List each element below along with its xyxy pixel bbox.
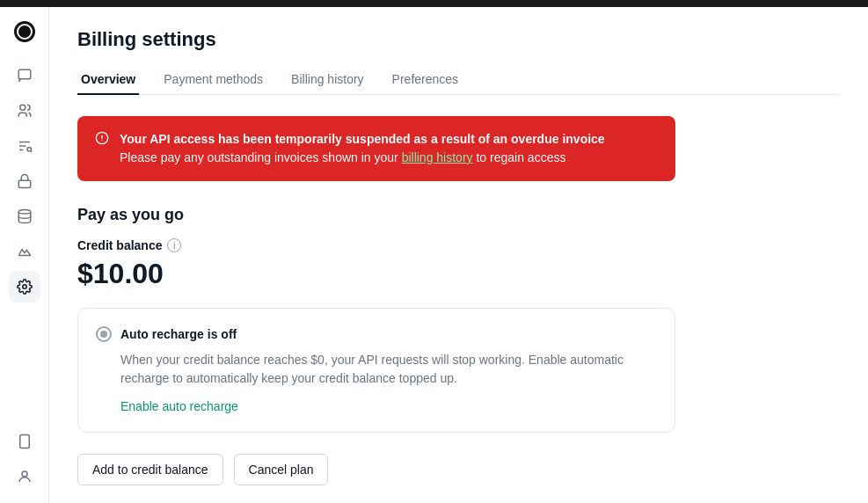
app-logo: [11, 18, 39, 46]
page-title: Billing settings: [77, 28, 840, 51]
svg-point-11: [101, 140, 102, 141]
security-sidebar-icon[interactable]: [9, 165, 40, 197]
section-title: Pay as you go: [77, 206, 840, 224]
recharge-description: When your credit balance reaches $0, you…: [120, 351, 657, 388]
storage-sidebar-icon[interactable]: [9, 200, 40, 232]
svg-rect-3: [18, 180, 31, 187]
alert-line2-post: to regain access: [473, 150, 566, 164]
chat-sidebar-icon[interactable]: [9, 60, 40, 91]
recharge-card: Auto recharge is off When your credit ba…: [77, 308, 675, 433]
alert-billing-history-link[interactable]: billing history: [402, 150, 473, 164]
tabs-nav: Overview Payment methods Billing history…: [77, 65, 840, 95]
alert-line1: Your API access has been temporarily sus…: [120, 132, 605, 146]
recharge-title: Auto recharge is off: [120, 327, 237, 341]
recharge-header: Auto recharge is off: [96, 326, 657, 342]
recharge-radio[interactable]: [96, 326, 112, 342]
svg-point-8: [22, 471, 27, 477]
credit-info-icon[interactable]: i: [167, 238, 181, 252]
svg-point-5: [22, 285, 26, 289]
svg-rect-0: [18, 69, 31, 79]
main-content: Billing settings Overview Payment method…: [49, 7, 868, 503]
analytics-sidebar-icon[interactable]: [9, 236, 40, 267]
sidebar: [0, 7, 49, 503]
api-sidebar-icon[interactable]: [9, 130, 40, 162]
credit-amount: $10.00: [77, 258, 840, 290]
tab-payment-methods[interactable]: Payment methods: [160, 65, 266, 95]
svg-point-4: [18, 210, 31, 215]
alert-line2-pre: Please pay any outstanding invoices show…: [120, 150, 402, 164]
profile-sidebar-icon[interactable]: [9, 461, 40, 492]
svg-point-1: [19, 105, 25, 110]
enable-auto-recharge-link[interactable]: Enable auto recharge: [120, 399, 238, 413]
tab-billing-history[interactable]: Billing history: [288, 65, 367, 95]
device-sidebar-icon[interactable]: [9, 426, 40, 457]
add-to-credit-balance-button[interactable]: Add to credit balance: [77, 454, 223, 485]
alert-banner: Your API access has been temporarily sus…: [77, 116, 675, 181]
tab-preferences[interactable]: Preferences: [389, 65, 462, 95]
credit-balance-label: Credit balance i: [77, 238, 840, 252]
bottom-buttons: Add to credit balance Cancel plan: [77, 454, 840, 485]
svg-rect-6: [19, 435, 29, 448]
cancel-plan-button[interactable]: Cancel plan: [234, 454, 329, 485]
tab-overview[interactable]: Overview: [77, 65, 139, 95]
alert-icon: [95, 131, 109, 149]
settings-sidebar-icon[interactable]: [9, 271, 40, 303]
alert-text: Your API access has been temporarily sus…: [120, 130, 605, 167]
users-sidebar-icon[interactable]: [9, 95, 40, 127]
